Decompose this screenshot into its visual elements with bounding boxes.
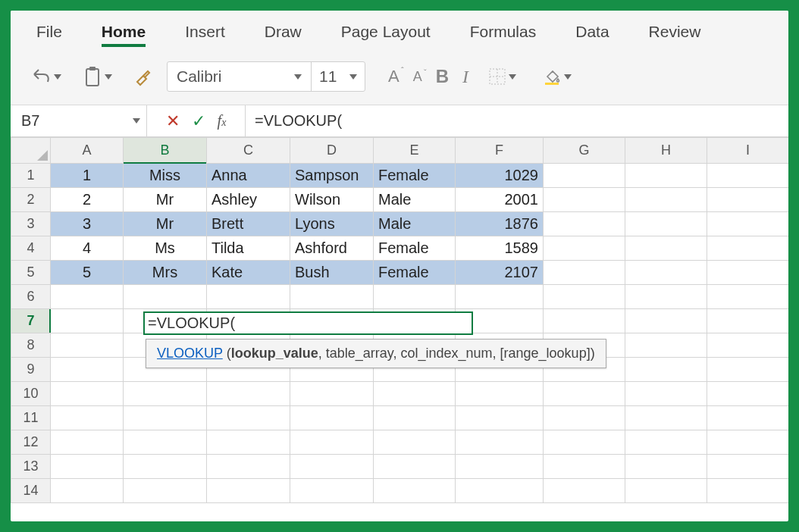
cell-C2[interactable]: Ashley xyxy=(207,188,290,212)
cell-B11[interactable] xyxy=(124,406,207,430)
tab-review[interactable]: Review xyxy=(638,15,712,49)
column-header-C[interactable]: C xyxy=(207,138,290,164)
row-header-7[interactable]: 7 xyxy=(11,309,51,333)
cell-A3[interactable]: 3 xyxy=(51,212,124,236)
italic-button[interactable]: I xyxy=(462,67,468,87)
cell-G11[interactable] xyxy=(544,406,625,430)
cell-C1[interactable]: Anna xyxy=(207,164,290,188)
cell-B5[interactable]: Mrs xyxy=(124,261,207,285)
cell-C5[interactable]: Kate xyxy=(207,261,290,285)
row-header-10[interactable]: 10 xyxy=(11,382,51,406)
cell-C11[interactable] xyxy=(207,406,290,430)
cell-E5[interactable]: Female xyxy=(374,261,456,285)
cell-D12[interactable] xyxy=(290,430,374,455)
cell-H13[interactable] xyxy=(625,455,707,479)
cell-E3[interactable]: Male xyxy=(374,212,456,236)
cell-B3[interactable]: Mr xyxy=(124,212,207,236)
cell-C6[interactable] xyxy=(207,285,290,309)
cell-A4[interactable]: 4 xyxy=(51,236,124,261)
cell-H5[interactable] xyxy=(625,261,707,285)
cell-D1[interactable]: Sampson xyxy=(290,164,374,188)
formula-bar[interactable]: =VLOOKUP( xyxy=(246,105,788,136)
cell-D3[interactable]: Lyons xyxy=(290,212,374,236)
cell-F1[interactable]: 1029 xyxy=(456,164,544,188)
increase-font-button[interactable]: Aˆ xyxy=(388,67,400,86)
cell-A12[interactable] xyxy=(51,430,124,455)
cell-H2[interactable] xyxy=(625,188,707,212)
cell-A11[interactable] xyxy=(51,406,124,430)
cell-A10[interactable] xyxy=(51,382,124,406)
cell-I4[interactable] xyxy=(707,236,789,261)
column-header-B[interactable]: B xyxy=(124,138,207,164)
cell-A13[interactable] xyxy=(51,455,124,479)
cell-I5[interactable] xyxy=(707,261,789,285)
cell-F2[interactable]: 2001 xyxy=(456,188,544,212)
cell-F3[interactable]: 1876 xyxy=(456,212,544,236)
paste-button[interactable] xyxy=(77,63,118,90)
cell-E13[interactable] xyxy=(374,455,456,479)
cell-E11[interactable] xyxy=(374,406,456,430)
font-size-dropdown[interactable]: 11 xyxy=(312,62,365,91)
cell-D14[interactable] xyxy=(290,479,374,503)
cell-G12[interactable] xyxy=(544,430,625,455)
undo-button[interactable] xyxy=(26,63,67,90)
cell-H4[interactable] xyxy=(625,236,707,261)
bold-button[interactable]: B xyxy=(436,66,449,87)
cell-C4[interactable]: Tilda xyxy=(207,236,290,261)
cell-G14[interactable] xyxy=(544,479,625,503)
cell-H14[interactable] xyxy=(625,479,707,503)
cell-D10[interactable] xyxy=(290,382,374,406)
cell-H9[interactable] xyxy=(625,358,707,382)
column-header-D[interactable]: D xyxy=(290,138,374,164)
cell-I13[interactable] xyxy=(707,455,789,479)
cell-H3[interactable] xyxy=(625,212,707,236)
cell-C13[interactable] xyxy=(207,455,290,479)
cell-B4[interactable]: Ms xyxy=(124,236,207,261)
tab-file[interactable]: File xyxy=(26,15,73,49)
cell-I2[interactable] xyxy=(707,188,789,212)
cell-A14[interactable] xyxy=(51,479,124,503)
cell-I12[interactable] xyxy=(707,430,789,455)
cell-I8[interactable] xyxy=(707,333,789,358)
cell-B12[interactable] xyxy=(124,430,207,455)
cell-B6[interactable] xyxy=(124,285,207,309)
cell-B13[interactable] xyxy=(124,455,207,479)
cell-H10[interactable] xyxy=(625,382,707,406)
column-header-A[interactable]: A xyxy=(51,138,124,164)
row-header-13[interactable]: 13 xyxy=(11,455,51,479)
row-header-1[interactable]: 1 xyxy=(11,164,51,188)
column-header-E[interactable]: E xyxy=(374,138,456,164)
cell-A7[interactable] xyxy=(51,309,124,333)
cell-H8[interactable] xyxy=(625,333,707,358)
cell-G6[interactable] xyxy=(544,285,625,309)
cell-E4[interactable]: Female xyxy=(374,236,456,261)
tooltip-function-link[interactable]: VLOOKUP xyxy=(157,346,223,361)
cell-C10[interactable] xyxy=(207,382,290,406)
borders-button[interactable] xyxy=(482,63,523,90)
row-header-12[interactable]: 12 xyxy=(11,430,51,455)
tab-draw[interactable]: Draw xyxy=(254,15,312,49)
column-header-I[interactable]: I xyxy=(707,138,789,164)
cell-I1[interactable] xyxy=(707,164,789,188)
cell-A2[interactable]: 2 xyxy=(51,188,124,212)
cell-D6[interactable] xyxy=(290,285,374,309)
tab-page-layout[interactable]: Page Layout xyxy=(331,15,441,49)
cell-F10[interactable] xyxy=(456,382,544,406)
fill-color-button[interactable] xyxy=(537,63,578,90)
cell-E14[interactable] xyxy=(374,479,456,503)
cell-E10[interactable] xyxy=(374,382,456,406)
cell-F5[interactable]: 2107 xyxy=(456,261,544,285)
cell-D4[interactable]: Ashford xyxy=(290,236,374,261)
cell-F11[interactable] xyxy=(456,406,544,430)
cell-D11[interactable] xyxy=(290,406,374,430)
cell-A8[interactable] xyxy=(51,333,124,358)
cell-G3[interactable] xyxy=(544,212,625,236)
cell-G13[interactable] xyxy=(544,455,625,479)
cell-B10[interactable] xyxy=(124,382,207,406)
cell-G1[interactable] xyxy=(544,164,625,188)
cell-E6[interactable] xyxy=(374,285,456,309)
row-header-5[interactable]: 5 xyxy=(11,261,51,285)
row-header-9[interactable]: 9 xyxy=(11,358,51,382)
tab-home[interactable]: Home xyxy=(91,15,156,49)
row-header-14[interactable]: 14 xyxy=(11,479,51,503)
